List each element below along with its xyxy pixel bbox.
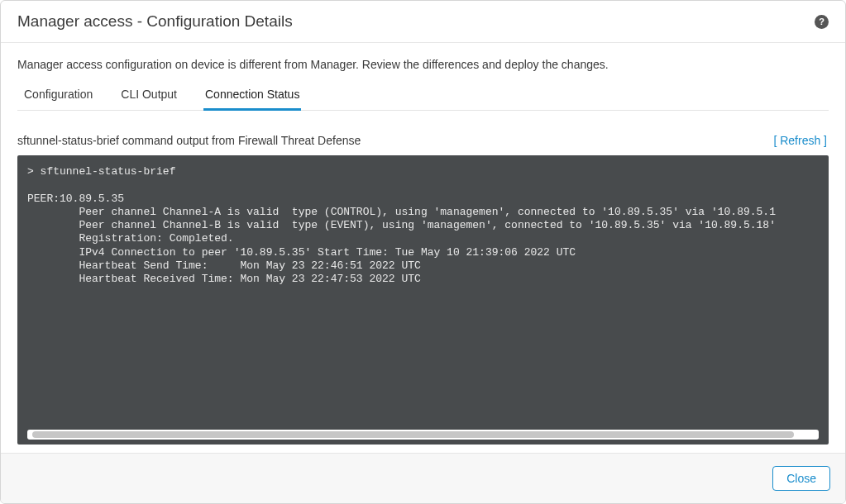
config-diff-description: Manager access configuration on device i… [17, 58, 829, 71]
tab-connection-status[interactable]: Connection Status [203, 83, 301, 111]
panel-title: sftunnel-status-brief command output fro… [17, 134, 361, 147]
close-button[interactable]: Close [772, 466, 830, 491]
panel-header: sftunnel-status-brief command output fro… [17, 111, 829, 155]
dialog-footer: Close [1, 453, 845, 503]
terminal-panel: > sftunnel-status-brief PEER:10.89.5.35 … [17, 155, 829, 445]
tabs-bar: Configuration CLI Output Connection Stat… [17, 83, 829, 111]
dialog-content: Manager access configuration on device i… [1, 43, 845, 453]
tab-cli-output[interactable]: CLI Output [119, 83, 179, 111]
scrollbar-thumb[interactable] [32, 431, 794, 438]
terminal-output[interactable]: > sftunnel-status-brief PEER:10.89.5.35 … [27, 165, 819, 423]
dialog-title: Manager access - Configuration Details [17, 12, 293, 31]
horizontal-scrollbar[interactable] [27, 430, 819, 440]
help-icon[interactable]: ? [815, 15, 829, 29]
config-details-dialog: Manager access - Configuration Details ?… [0, 0, 846, 504]
refresh-link[interactable]: [ Refresh ] [773, 134, 827, 147]
dialog-header: Manager access - Configuration Details ? [1, 1, 845, 43]
tab-configuration[interactable]: Configuration [22, 83, 94, 111]
